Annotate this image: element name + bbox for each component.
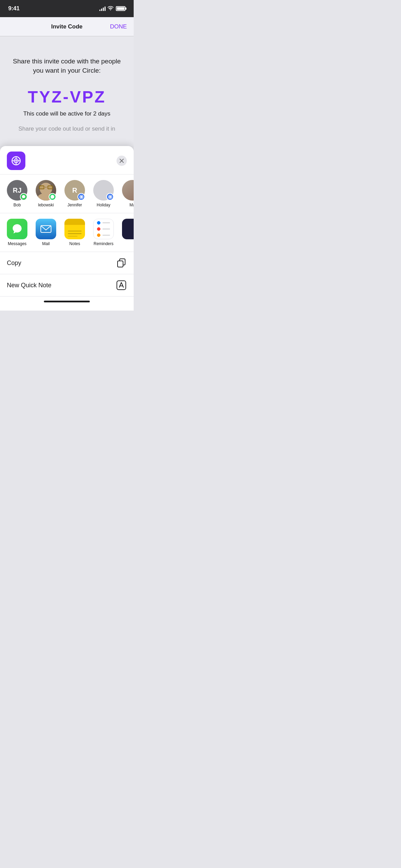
contact-jennifer[interactable]: R Jennifer (63, 180, 86, 207)
app-icon (7, 152, 25, 170)
app-mail[interactable]: Mail (34, 219, 58, 246)
app-reminders[interactable]: Reminders (92, 219, 115, 246)
contacts-section: RJ Bob (0, 174, 134, 213)
mail-app-icon (36, 219, 56, 239)
partial-app-icon (122, 219, 134, 239)
app-name-messages: Messages (8, 241, 27, 246)
whatsapp-badge (49, 193, 56, 201)
share-sheet: RJ Bob (0, 146, 134, 311)
invite-description: Share this invite code with the people y… (11, 57, 123, 75)
status-time: 9:41 (8, 5, 20, 12)
quick-note-label: New Quick Note (7, 282, 51, 289)
dot-red (97, 227, 100, 231)
apps-section: Messages Mail (0, 213, 134, 252)
contact-name-ma: Ma (130, 203, 134, 207)
contacts-scroll: RJ Bob (5, 180, 134, 207)
done-button[interactable]: DONE (110, 23, 127, 30)
app-name-reminders: Reminders (94, 241, 113, 246)
app-partial[interactable] (121, 219, 134, 246)
contact-name-bob: Bob (13, 203, 21, 207)
nav-title: Invite Code (51, 23, 83, 30)
battery-icon (116, 6, 125, 11)
share-sheet-header (0, 146, 134, 174)
invite-expiry: This code will be active for 2 days (11, 110, 123, 117)
home-indicator (0, 297, 134, 311)
background-screen: Invite Code DONE Share this invite code … (0, 17, 134, 146)
app-name-mail: Mail (42, 241, 50, 246)
reminders-app-icon (93, 219, 114, 239)
notes-app-icon (64, 219, 85, 239)
dot-blue (97, 221, 100, 225)
contact-avatar-bob: RJ (7, 180, 27, 201)
status-icons (99, 6, 125, 12)
copy-action[interactable]: Copy (0, 252, 134, 274)
signal-badge-jennifer (77, 193, 85, 201)
contact-name-jennifer: Jennifer (68, 203, 82, 207)
apps-scroll: Messages Mail (5, 219, 134, 246)
svg-point-6 (80, 196, 82, 198)
app-messages[interactable]: Messages (5, 219, 29, 246)
contact-name-holiday: Holiday (97, 203, 110, 207)
messages-app-icon (7, 219, 27, 239)
invite-content: Share this invite code with the people y… (0, 36, 134, 146)
contact-holiday[interactable]: Holiday (92, 180, 115, 207)
svg-rect-13 (117, 281, 126, 290)
svg-point-8 (109, 196, 111, 198)
dot-orange (97, 233, 100, 237)
messages-badge (20, 193, 27, 201)
svg-rect-12 (118, 261, 123, 267)
signal-icon (99, 6, 106, 11)
contact-avatar-ma (122, 180, 134, 201)
copy-icon (116, 257, 127, 268)
invite-hint: Share your code out loud or send it in (11, 125, 123, 132)
close-button[interactable] (117, 156, 127, 166)
wifi-icon (108, 6, 114, 12)
invite-code: TYZ-VPZ (11, 87, 123, 106)
home-bar (44, 301, 90, 302)
new-quick-note-action[interactable]: New Quick Note (0, 274, 134, 297)
app-name-notes: Notes (69, 241, 80, 246)
signal-badge-holiday (106, 193, 114, 201)
contact-lebowski[interactable]: lebowski (34, 180, 58, 207)
status-bar: 9:41 (0, 0, 134, 17)
quick-note-icon (116, 280, 127, 291)
contact-bob[interactable]: RJ Bob (5, 180, 29, 207)
copy-label: Copy (7, 260, 21, 267)
nav-bar: Invite Code DONE (0, 17, 134, 36)
contact-name-lebowski: lebowski (38, 203, 54, 207)
app-notes[interactable]: Notes (63, 219, 86, 246)
contact-ma[interactable]: Ma (121, 180, 134, 207)
